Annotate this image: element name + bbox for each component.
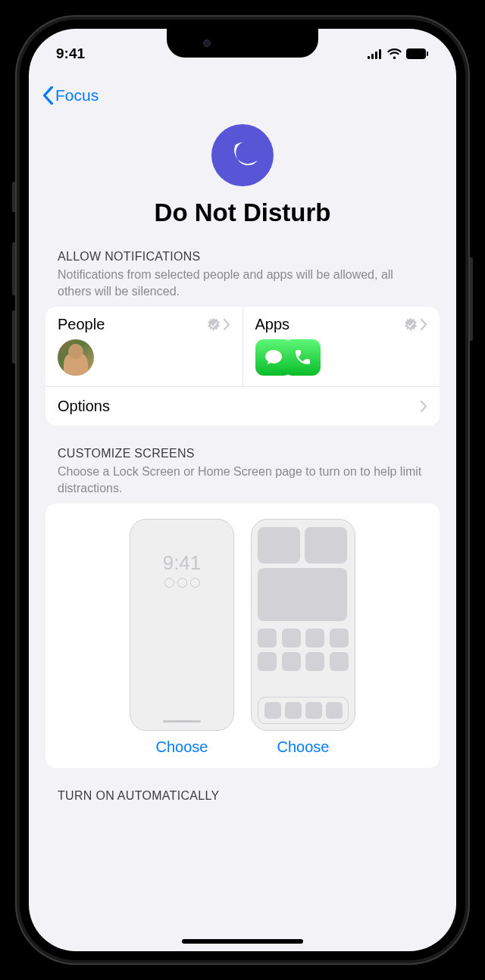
people-cell[interactable]: People [45, 307, 243, 386]
battery-icon [406, 48, 429, 59]
dock-preview [258, 697, 349, 724]
volume-up-button [12, 242, 15, 295]
lock-screen-preview: 9:41 Choose [130, 519, 234, 756]
svg-rect-3 [379, 49, 381, 59]
screen: 9:41 Focus Do Not Disturb [29, 29, 456, 951]
svg-rect-0 [368, 56, 370, 59]
chevron-left-icon [42, 86, 54, 105]
chevron-right-icon [421, 319, 427, 330]
svg-rect-4 [406, 48, 426, 59]
home-screen-thumbnail[interactable] [251, 519, 355, 731]
lock-time-preview: 9:41 [136, 551, 227, 575]
allowed-apps [255, 339, 428, 376]
screens-card: 9:41 Choose [45, 504, 440, 768]
front-camera [203, 39, 211, 47]
apps-cell[interactable]: Apps [243, 307, 440, 386]
lock-home-indicator [163, 720, 201, 723]
chevron-right-icon [421, 401, 427, 412]
options-label: Options [58, 398, 110, 415]
svg-rect-1 [371, 54, 374, 59]
cellular-icon [368, 49, 383, 59]
screens-header: CUSTOMIZE SCREENS [45, 447, 440, 460]
volume-down-button [12, 311, 15, 364]
home-screen-preview: Choose [251, 519, 355, 756]
wifi-icon [387, 48, 402, 59]
back-label: Focus [55, 86, 99, 105]
svg-rect-2 [375, 51, 377, 59]
hero: Do Not Disturb [29, 117, 456, 250]
automatic-header: TURN ON AUTOMATICALLY [29, 789, 456, 803]
status-indicators [368, 39, 429, 59]
lock-screen-thumbnail[interactable]: 9:41 [130, 519, 234, 731]
screens-section: CUSTOMIZE SCREENS Choose a Lock Screen o… [29, 447, 456, 768]
screens-container: 9:41 Choose [45, 504, 440, 768]
notifications-header: ALLOW NOTIFICATIONS [45, 250, 440, 264]
lock-widgets-preview [136, 578, 227, 588]
home-indicator[interactable] [182, 939, 303, 944]
verified-badge-icon [207, 318, 221, 332]
chevron-right-icon [224, 319, 230, 330]
mute-switch [12, 182, 15, 212]
notifications-desc: Notifications from selected people and a… [45, 267, 440, 307]
people-apps-row: People Apps [45, 307, 440, 386]
notch [167, 29, 318, 58]
choose-lock-button[interactable]: Choose [156, 738, 208, 756]
page-title: Do Not Disturb [29, 198, 456, 227]
svg-rect-5 [427, 51, 428, 56]
phone-frame: 9:41 Focus Do Not Disturb [15, 15, 470, 965]
status-time: 9:41 [56, 36, 85, 62]
notifications-card: People Apps [45, 307, 440, 426]
dnd-icon [211, 124, 274, 186]
apps-label: Apps [255, 316, 290, 333]
notifications-section: ALLOW NOTIFICATIONS Notifications from s… [29, 250, 456, 426]
back-button[interactable]: Focus [42, 86, 99, 105]
choose-home-button[interactable]: Choose [277, 738, 330, 756]
content: Focus Do Not Disturb ALLOW NOTIFICATIONS… [29, 29, 456, 951]
options-row[interactable]: Options [45, 386, 440, 426]
power-button [470, 257, 473, 341]
moon-icon [226, 139, 259, 172]
messages-app-icon [255, 339, 292, 376]
contact-avatar [58, 339, 94, 376]
screens-desc: Choose a Lock Screen or Home Screen page… [45, 463, 440, 504]
people-label: People [58, 316, 105, 333]
nav-bar: Focus [29, 82, 456, 117]
verified-badge-icon [404, 318, 418, 332]
